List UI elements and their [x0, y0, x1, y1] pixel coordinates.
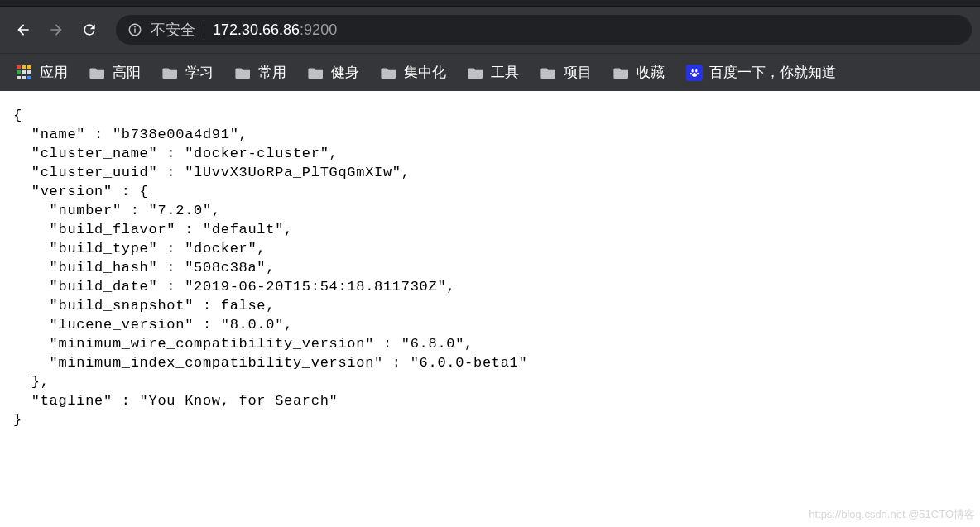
apps-label: 应用: [40, 63, 68, 82]
tab-strip: [0, 0, 980, 7]
bookmark-label: 收藏: [637, 63, 665, 82]
bookmark-item[interactable]: 项目: [532, 58, 600, 87]
baidu-icon: [686, 65, 703, 81]
folder-icon: [468, 66, 484, 79]
omnibox-divider: [204, 22, 204, 37]
bookmark-item[interactable]: 学习: [154, 58, 222, 87]
bookmark-item[interactable]: 健身: [300, 58, 368, 87]
bookmark-label: 项目: [564, 63, 592, 82]
address-toolbar: 不安全 172.30.66.86:9200: [0, 7, 980, 53]
arrow-left-icon: [15, 22, 31, 38]
folder-icon: [381, 66, 397, 79]
apps-button[interactable]: 应用: [8, 58, 76, 87]
response-body: { "name" : "b738e00a4d91", "cluster_name…: [0, 91, 980, 444]
url-host: 172.30.66.86: [213, 22, 300, 38]
bookmark-label: 常用: [258, 63, 286, 82]
watermark: https://blog.csdn.net @51CTO博客: [809, 507, 975, 522]
info-icon: [127, 22, 142, 37]
bookmark-label: 学习: [185, 63, 214, 82]
bookmark-item[interactable]: 常用: [227, 58, 295, 87]
folder-icon: [89, 66, 106, 79]
folder-icon: [613, 66, 630, 79]
reload-icon: [81, 22, 98, 38]
arrow-right-icon: [48, 22, 65, 38]
bookmark-label: 工具: [491, 63, 519, 82]
bookmark-bar: 应用 高阳 学习 常用 健身 集中化 工具 项目 收藏 百度一下，你就知道: [0, 53, 980, 91]
bookmark-item[interactable]: 集中化: [372, 58, 454, 87]
bookmark-item[interactable]: 工具: [459, 58, 527, 87]
back-button[interactable]: [8, 15, 38, 45]
bookmark-label: 百度一下，你就知道: [709, 63, 836, 82]
security-label: 不安全: [151, 20, 195, 40]
omnibox[interactable]: 不安全 172.30.66.86:9200: [116, 15, 972, 45]
bookmark-item[interactable]: 收藏: [605, 58, 673, 87]
folder-icon: [162, 66, 179, 79]
reload-button[interactable]: [74, 15, 104, 45]
forward-button[interactable]: [41, 15, 71, 45]
bookmark-baidu[interactable]: 百度一下，你就知道: [678, 58, 844, 87]
url-port: :9200: [300, 22, 337, 38]
svg-point-2: [135, 26, 136, 27]
folder-icon: [235, 66, 252, 79]
bookmark-label: 高阳: [113, 63, 141, 82]
apps-grid-icon: [17, 65, 31, 80]
folder-icon: [308, 66, 324, 79]
folder-icon: [540, 66, 557, 79]
bookmark-label: 集中化: [404, 63, 446, 82]
bookmark-item[interactable]: 高阳: [81, 58, 149, 87]
bookmark-label: 健身: [331, 63, 359, 82]
